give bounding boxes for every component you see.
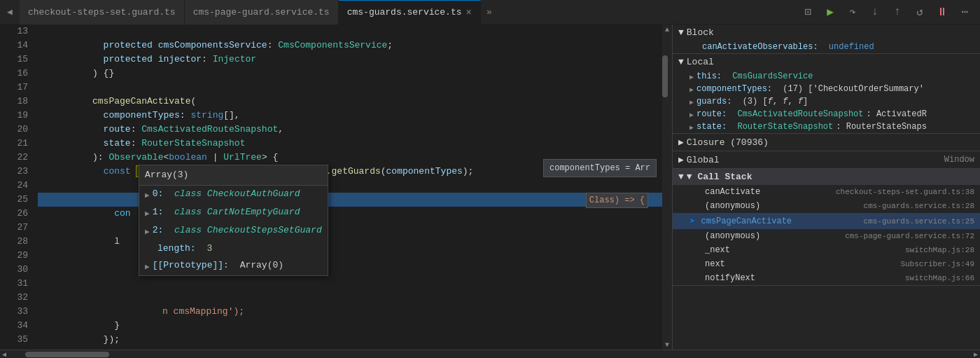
code-line-18: componentTypes: string[],: [38, 95, 662, 109]
call-stack-header[interactable]: ▼ ▼ Call Stack: [673, 169, 980, 185]
debug-item-guards[interactable]: ▶ guards: (3) [f, f, f]: [673, 95, 980, 108]
debug-section-block-header[interactable]: ▼ Block: [673, 25, 980, 41]
tab-checkout-steps[interactable]: checkout-steps-set.guard.ts: [20, 0, 185, 25]
frame-file-location: switchMap.js:66: [905, 274, 974, 282]
tooltip-item-length: length: 3: [139, 240, 328, 257]
call-stack-frame-notifyNext[interactable]: notifyNext switchMap.js:66: [673, 271, 980, 285]
frame-function-name: canActivate: [705, 187, 803, 197]
debug-section-global-header[interactable]: ▶ Global Window: [673, 151, 980, 168]
frame-file-location: Subscriber.js:49: [900, 260, 974, 268]
closure-triangle-icon: ▶: [678, 137, 684, 148]
block-triangle-icon: ▼: [678, 27, 684, 38]
code-line-29: [38, 249, 662, 263]
frame-file-location: cms-page-guard.service.ts:72: [845, 232, 974, 240]
code-line-34: });: [38, 319, 662, 333]
main-content: ▲ 13 14 15 16 17 18 19 20 21 22 23 24 25…: [0, 25, 980, 350]
closure-section-label: Closure (70936): [687, 137, 769, 148]
local-section-label: Local: [687, 57, 714, 67]
step-over-button[interactable]: ↷: [843, 2, 862, 22]
scroll-left-arrow[interactable]: ◀: [0, 350, 8, 359]
tab-label: cms-guards.service.ts: [347, 7, 462, 18]
tab-overflow-button[interactable]: »: [481, 7, 498, 18]
code-line-35: [38, 333, 662, 347]
call-stack-frame-next[interactable]: _next switchMap.js:28: [673, 243, 980, 257]
stop-button[interactable]: ⏸: [932, 2, 952, 22]
tab-label: cms-page-guard.service.ts: [193, 7, 330, 18]
inline-tooltip: componentTypes = Arr: [543, 159, 657, 177]
tab-label: checkout-steps-set.guard.ts: [28, 7, 176, 18]
horizontal-scrollbar-thumb[interactable]: [25, 352, 109, 357]
code-line-25: con Class) => {: [38, 193, 662, 207]
editor-scroll: 13 14 15 16 17 18 19 20 21 22 23 24 25 2…: [0, 25, 662, 350]
scroll-down-arrow[interactable]: ▼: [662, 340, 672, 350]
global-section-label: Global: [687, 155, 720, 165]
call-stack-triangle-icon: ▼: [678, 172, 684, 182]
call-stack-frame-anon2[interactable]: (anonymous) cms-page-guard.service.ts:72: [673, 229, 980, 243]
code-line-17: cmsPageCanActivate(: [38, 81, 662, 95]
debug-section-closure-header[interactable]: ▶ Closure (70936): [673, 134, 980, 151]
restart-button[interactable]: ↺: [910, 2, 930, 22]
tab-bar-left-button[interactable]: ◀: [0, 0, 20, 25]
call-stack-frame-canActivate[interactable]: canActivate checkout-steps-set.guard.ts:…: [673, 185, 980, 199]
step-into-button[interactable]: ↓: [865, 2, 885, 22]
debug-section-local: ▼ Local ▶ this: CmsGuardsService ▶ compo…: [673, 54, 980, 134]
tooltip-item-2[interactable]: ▶ 2: class CheckoutStepsSetGuard: [139, 222, 328, 240]
call-stack-frame-cmsPageCanActivate[interactable]: ➤ cmsPageCanActivate cms-guards.service.…: [673, 213, 980, 229]
editor-vertical-scrollbar[interactable]: ▲ ▼: [662, 25, 672, 350]
split-editor-button[interactable]: ⊡: [798, 2, 818, 22]
tooltip-item-1[interactable]: ▶ 1: class CartNotEmptyGuard: [139, 204, 328, 222]
frame-file-location: switchMap.js:28: [905, 246, 974, 254]
horizontal-scrollbar-track[interactable]: [11, 352, 969, 357]
guards-expand-icon[interactable]: ▶: [690, 97, 694, 106]
right-panel-scroll[interactable]: ▼ Block canActivateObservables: undefine…: [673, 25, 980, 350]
debug-item-route[interactable]: ▶ route: CmsActivatedRouteSnapshot: Acti…: [673, 108, 980, 121]
editor-area: ▲ 13 14 15 16 17 18 19 20 21 22 23 24 25…: [0, 25, 672, 350]
code-line-32: n cmsMapping');: [38, 291, 662, 305]
frame-function-name: _next: [705, 245, 803, 255]
frame-function-name: (anonymous): [705, 231, 803, 241]
state-expand-icon[interactable]: ▶: [690, 122, 694, 132]
frame-file-location: checkout-steps-set.guard.ts:38: [836, 188, 974, 196]
frame-function-name: cmsPageCanActivate: [701, 216, 799, 226]
frame-function-name: next: [705, 259, 803, 269]
tooltip-item-proto[interactable]: ▶ [[Prototype]]: Array(0): [139, 257, 328, 275]
code-line-13: protected cmsComponentsService: CmsCompo…: [38, 25, 662, 39]
scroll-right-arrow[interactable]: ▶: [972, 350, 980, 359]
tab-overflow-icon: »: [486, 7, 492, 18]
tab-bar-actions: ⊡ ▶ ↷ ↓ ↑ ↺ ⏸ ⋯: [798, 2, 980, 22]
debug-item-this[interactable]: ▶ this: CmsGuardsService: [673, 70, 980, 83]
scroll-up-button[interactable]: ▲: [662, 25, 672, 34]
debug-section-closure: ▶ Closure (70936): [673, 134, 980, 151]
code-line-26: uardClass, null);: [38, 207, 662, 221]
componentTypes-expand-icon[interactable]: ▶: [690, 84, 694, 94]
code-line-24: if (g: [38, 179, 662, 193]
debug-item-componentTypes[interactable]: ▶ componentTypes: (17) ['CheckoutOrderSu…: [673, 83, 980, 95]
more-actions-button[interactable]: ⋯: [955, 2, 974, 22]
debug-section-local-header[interactable]: ▼ Local: [673, 54, 980, 70]
tab-cms-guards[interactable]: cms-guards.service.ts ×: [339, 0, 481, 25]
tooltip-title: Array(3): [139, 165, 328, 186]
debug-item-state[interactable]: ▶ state: RouterStateSnapshot: RouterStat…: [673, 121, 980, 133]
code-line-20: state: RouterStateSnapshot: [38, 123, 662, 137]
frame-function-name: (anonymous): [705, 201, 803, 211]
vertical-scrollbar-thumb[interactable]: [662, 55, 668, 97]
tab-cms-page-guard[interactable]: cms-page-guard.service.ts: [185, 0, 339, 25]
line-numbers: 13 14 15 16 17 18 19 20 21 22 23 24 25 2…: [0, 25, 35, 350]
tab-bar: ◀ checkout-steps-set.guard.ts cms-page-g…: [0, 0, 980, 25]
continue-button[interactable]: ▶: [820, 2, 840, 22]
this-expand-icon[interactable]: ▶: [690, 71, 694, 81]
code-line-14: protected injector: Injector: [38, 39, 662, 53]
debug-tooltip: Array(3) ▶ 0: class CheckoutAuthGuard ▶ …: [139, 165, 328, 276]
right-panel: ▼ Block canActivateObservables: undefine…: [672, 25, 980, 350]
tab-close-button[interactable]: ×: [466, 8, 472, 18]
call-stack-frame-subscriber-next[interactable]: next Subscriber.js:49: [673, 257, 980, 271]
active-frame-arrow-icon: ➤: [690, 215, 695, 227]
step-out-button[interactable]: ↑: [888, 2, 907, 22]
debug-section-block: ▼ Block canActivateObservables: undefine…: [673, 25, 980, 54]
frame-function-name: notifyNext: [705, 273, 803, 283]
code-line-27: l: [38, 221, 662, 235]
tooltip-item-0[interactable]: ▶ 0: class CheckoutAuthGuard: [139, 186, 328, 204]
call-stack-frame-anon1[interactable]: (anonymous) cms-guards.service.ts:28: [673, 199, 980, 213]
horizontal-scrollbar[interactable]: ◀ ▶: [0, 350, 980, 358]
route-expand-icon[interactable]: ▶: [690, 109, 694, 119]
